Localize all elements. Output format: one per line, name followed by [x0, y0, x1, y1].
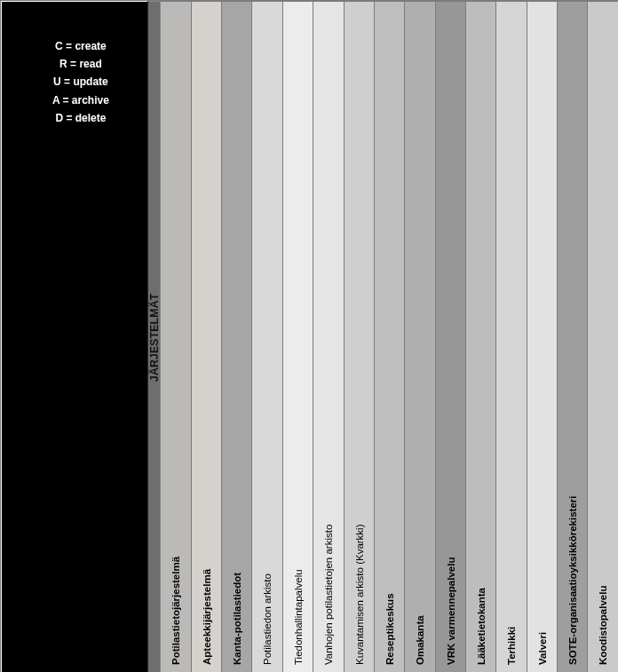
column-header: Lääketietokanta [465, 2, 495, 673]
column-header: Tiedonhallintapalvelu [282, 2, 313, 673]
column-header-label: SOTE-organisaatioyksikkörekisteri [558, 2, 587, 672]
column-header: Terhikki [496, 2, 527, 673]
column-header-label: Potilastietojärjestelmä [161, 2, 190, 672]
column-header-label: Valveri [527, 2, 557, 672]
column-header-label: Kanta-potilastiedot [222, 2, 251, 672]
column-header: Omakanta [405, 2, 435, 673]
column-header-label: Kuvantamisen arkisto (Kvarkki) [345, 2, 374, 672]
column-header: Vanhojen potilastietojen arkisto [313, 2, 344, 673]
column-header-label: Omakanta [405, 2, 434, 672]
column-header: Koodistopalvelu [588, 2, 618, 673]
column-header-label: Tiedonhallintapalvelu [283, 2, 313, 672]
crud-matrix: C = createR = readU = updateA = archiveD… [0, 0, 618, 672]
column-header: Valveri [527, 2, 557, 673]
column-header-label: Terhikki [496, 2, 526, 672]
column-header: Reseptikeskus [374, 2, 404, 673]
column-header: Potilastiedon arkisto [252, 2, 282, 673]
systems-axis-header: JÄRJESTELMÄT [148, 2, 161, 673]
column-header: Kuvantamisen arkisto (Kvarkki) [344, 2, 374, 673]
column-header: Potilastietojärjestelmä [161, 2, 191, 673]
legend-line: D = delete [14, 109, 148, 127]
column-header-label: Potilastiedon arkisto [252, 2, 281, 672]
column-header: Apteekkijärjestelmä [191, 2, 221, 673]
legend-line: C = create [14, 37, 148, 55]
column-header: Kanta-potilastiedot [222, 2, 252, 673]
column-header-label: Reseptikeskus [375, 2, 404, 672]
legend-line: U = update [14, 73, 148, 91]
column-header-label: Vanhojen potilastietojen arkisto [313, 2, 343, 672]
matrix-table: C = createR = readU = updateA = archiveD… [1, 1, 618, 672]
column-header-label: Lääketietokanta [466, 2, 495, 672]
column-header-label: Koodistopalvelu [588, 2, 618, 672]
column-header: VRK varmennepalvelu [435, 2, 465, 673]
legend-panel: C = createR = readU = updateA = archiveD… [2, 2, 148, 673]
legend-line: A = archive [14, 91, 148, 109]
column-header-label: VRK varmennepalvelu [436, 2, 465, 672]
legend-line: R = read [14, 55, 148, 73]
column-header-label: Apteekkijärjestelmä [192, 2, 221, 672]
column-header: SOTE-organisaatioyksikkörekisteri [558, 2, 588, 673]
